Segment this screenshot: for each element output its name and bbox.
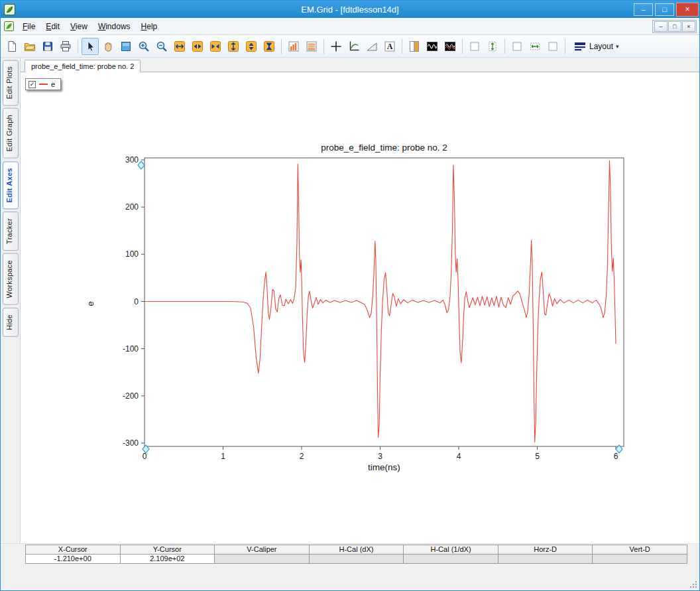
select-cursor-icon: [84, 40, 97, 53]
mdi-restore-button[interactable]: □: [668, 21, 681, 32]
toolbar-separator: [78, 39, 78, 54]
compress-vertical-button[interactable]: [261, 38, 278, 55]
document-logo-icon: [4, 21, 14, 31]
y-tick-label: -200: [123, 391, 139, 401]
x-axis-label: time(ns): [368, 462, 400, 472]
sidebar-tab-edit-axes[interactable]: Edit Axes: [3, 161, 19, 209]
toolbar-separator: [402, 39, 402, 54]
axes-curve-icon: [347, 40, 361, 53]
legend-checkbox[interactable]: ✓: [29, 81, 36, 88]
fit-vertical-button[interactable]: [484, 38, 501, 55]
grid-lines-button[interactable]: [303, 38, 320, 55]
sidebar-tab-tracker[interactable]: Tracker: [3, 212, 19, 251]
status-value-v-caliper: [215, 555, 310, 564]
sidebar-tab-workspace[interactable]: Workspace: [3, 253, 19, 305]
new-document-button[interactable]: [3, 38, 21, 55]
title-bar: EM.Grid - [fdtdlesson14d] – □ ×: [1, 1, 699, 18]
menu-file[interactable]: File: [17, 20, 40, 33]
waveform-overlay-button[interactable]: [441, 38, 459, 55]
mdi-minimize-button[interactable]: –: [654, 21, 668, 32]
status-value-y-cursor: 2.109e+02: [121, 555, 215, 564]
status-value-horz-d: [498, 555, 593, 564]
zoom-region-icon: [119, 40, 133, 53]
chart-svg[interactable]: 0123456-300-200-1000100200300probe_e_fie…: [21, 72, 699, 543]
menu-items: FileEditViewWindowsHelp: [17, 20, 162, 33]
arrows-horizontal-in-button[interactable]: [207, 38, 224, 55]
open-folder-icon: [23, 40, 36, 53]
y-axis-label: e: [86, 301, 95, 306]
stretch-horizontal-button[interactable]: [171, 38, 188, 55]
menu-bar: FileEditViewWindowsHelp – □ ×: [1, 18, 699, 35]
print-button[interactable]: [57, 38, 74, 55]
zoom-out-button[interactable]: [153, 38, 170, 55]
histogram-icon: [287, 40, 300, 53]
waveform-invert-button[interactable]: [424, 38, 441, 55]
zoom-region-button[interactable]: [117, 38, 135, 55]
toolbar-separator: [565, 39, 565, 54]
menu-windows[interactable]: Windows: [93, 20, 136, 33]
status-value-x-cursor: -1.210e+00: [26, 555, 121, 564]
menu-view[interactable]: View: [65, 20, 93, 33]
axis-handle-y-top[interactable]: [138, 161, 145, 169]
select-cursor-button[interactable]: [82, 38, 99, 55]
histogram-button[interactable]: [285, 38, 302, 55]
y-tick-label: 100: [125, 249, 139, 259]
layout-button[interactable]: Layout▾: [569, 38, 624, 55]
open-folder-button[interactable]: [21, 38, 38, 55]
arrows-horizontal-out-button[interactable]: [189, 38, 206, 55]
slope-triangle-icon: [365, 40, 379, 53]
y-tick-label: -300: [123, 438, 139, 448]
frame-box-button[interactable]: [544, 38, 561, 55]
menu-edit[interactable]: Edit: [40, 20, 65, 33]
sidebar-tab-hide[interactable]: Hide: [3, 308, 19, 337]
zoom-in-button[interactable]: [135, 38, 152, 55]
pan-hand-button[interactable]: [99, 38, 117, 55]
frame-box-button[interactable]: [466, 38, 483, 55]
y-tick-label: 300: [125, 155, 139, 164]
fit-horizontal-icon: [528, 40, 542, 53]
fit-vertical-icon: [486, 40, 499, 53]
menu-help[interactable]: Help: [136, 20, 163, 33]
mdi-window-buttons: – □ ×: [652, 20, 697, 33]
frame-box-button[interactable]: [508, 38, 526, 55]
color-clipboard-button[interactable]: [406, 38, 423, 55]
text-annotation-button[interactable]: A: [381, 38, 398, 55]
waveform-invert-icon: [426, 40, 439, 53]
frame-box-icon: [546, 40, 559, 53]
status-value-h-cal-1-dx-: [404, 555, 498, 564]
minimize-button[interactable]: –: [634, 3, 653, 16]
arrows-horizontal-in-icon: [209, 40, 222, 53]
slope-triangle-button[interactable]: [363, 38, 380, 55]
status-header-v-caliper: V-Caliper: [215, 545, 310, 555]
layout-icon: [573, 40, 587, 53]
y-tick-label: 200: [125, 202, 139, 212]
arrows-vertical-out-icon: [245, 40, 258, 53]
cursor-status-table: X-CursorY-CursorV-CaliperH-Cal (dX)H-Cal…: [25, 545, 687, 564]
status-value-h-cal-dx-: [310, 555, 404, 564]
plot-canvas[interactable]: ✓ e 0123456-300-200-1000100200300probe_e…: [21, 72, 699, 543]
close-button[interactable]: ×: [676, 3, 699, 17]
toolbar-separator: [462, 39, 463, 54]
legend-panel[interactable]: ✓ e: [25, 78, 61, 90]
sidebar-tab-edit-graph[interactable]: Edit Graph: [3, 108, 19, 159]
stretch-vertical-button[interactable]: [225, 38, 242, 55]
fit-horizontal-button[interactable]: [526, 38, 544, 55]
arrows-vertical-out-button[interactable]: [243, 38, 260, 55]
text-annotation-icon: A: [383, 40, 396, 53]
maximize-button[interactable]: □: [655, 3, 674, 16]
crosshair-button[interactable]: [327, 38, 345, 55]
pan-hand-icon: [101, 40, 115, 53]
document-tab[interactable]: probe_e_field_time: probe no. 2: [25, 60, 141, 72]
axes-curve-button[interactable]: [345, 38, 363, 55]
stretch-horizontal-icon: [173, 40, 186, 53]
x-tick-label: 4: [457, 452, 461, 461]
sidebar-tab-edit-plots[interactable]: Edit Plots: [3, 60, 19, 105]
app-window: EM.Grid - [fdtdlesson14d] – □ × FileEdit…: [0, 0, 700, 591]
x-tick-label: 5: [535, 452, 540, 461]
toolbar-separator: [281, 39, 282, 54]
save-button[interactable]: [39, 38, 56, 55]
resize-grip-icon[interactable]: [689, 580, 697, 588]
mdi-close-button[interactable]: ×: [682, 21, 695, 32]
zoom-in-icon: [137, 40, 150, 53]
arrows-horizontal-out-icon: [191, 40, 204, 53]
